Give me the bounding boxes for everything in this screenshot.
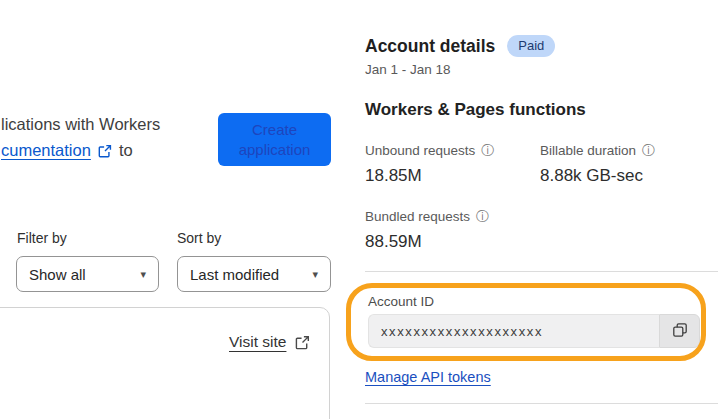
stat-label: Unbound requests ⓘ (365, 143, 535, 158)
sort-dropdown[interactable]: Last modified ▾ (177, 256, 331, 292)
visit-site-link[interactable]: Visit site (229, 333, 286, 351)
stat-label: Billable duration ⓘ (540, 143, 710, 158)
manage-api-tokens-link[interactable]: Manage API tokens (365, 369, 491, 385)
documentation-link[interactable]: cumentation (1, 141, 91, 160)
account-details-title: Account details (365, 36, 495, 57)
filter-dropdown[interactable]: Show all ▾ (16, 256, 159, 292)
info-icon[interactable]: ⓘ (481, 144, 494, 157)
stat-billable-duration: Billable duration ⓘ 8.88k GB-sec (540, 143, 710, 186)
account-id-field-group (368, 314, 700, 348)
info-icon[interactable]: ⓘ (476, 210, 489, 223)
sort-dropdown-value: Last modified (190, 266, 279, 283)
copy-account-id-button[interactable] (659, 314, 700, 348)
intro-text-suffix: to (119, 141, 133, 160)
stat-value: 18.85M (365, 166, 535, 186)
divider (365, 403, 718, 404)
filter-by-label: Filter by (17, 230, 67, 246)
stat-value: 8.88k GB-sec (540, 166, 710, 186)
create-application-button[interactable]: Create application (218, 113, 331, 166)
external-link-icon (295, 335, 310, 350)
filter-dropdown-value: Show all (29, 266, 86, 283)
stat-label-text: Billable duration (540, 143, 636, 158)
stat-value: 88.59M (365, 232, 535, 252)
stat-label: Bundled requests ⓘ (365, 209, 535, 224)
account-id-input[interactable] (368, 314, 659, 348)
account-details-header: Account details Paid (365, 35, 555, 57)
functions-section-title: Workers & Pages functions (365, 100, 586, 120)
account-id-label: Account ID (368, 294, 434, 309)
date-range: Jan 1 - Jan 18 (365, 62, 451, 77)
stat-bundled-requests: Bundled requests ⓘ 88.59M (365, 209, 535, 252)
copy-icon (672, 322, 688, 341)
plan-badge: Paid (507, 35, 555, 57)
info-icon[interactable]: ⓘ (642, 144, 655, 157)
intro-text-line2: cumentation to (1, 141, 133, 160)
external-link-icon (98, 144, 112, 158)
sort-by-label: Sort by (177, 230, 221, 246)
visit-site-row: Visit site (229, 333, 310, 351)
workers-pages-dashboard: lications with Workers cumentation to Cr… (0, 0, 718, 419)
divider (365, 271, 718, 272)
intro-text-line1: lications with Workers (1, 115, 160, 134)
stat-unbound-requests: Unbound requests ⓘ 18.85M (365, 143, 535, 186)
stat-label-text: Bundled requests (365, 209, 470, 224)
chevron-down-icon: ▾ (140, 268, 146, 281)
application-card (0, 307, 330, 419)
chevron-down-icon: ▾ (312, 268, 318, 281)
stat-label-text: Unbound requests (365, 143, 475, 158)
